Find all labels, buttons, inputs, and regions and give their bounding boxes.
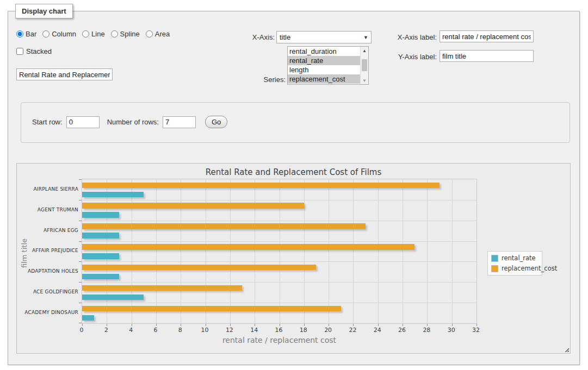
chart-title-input[interactable] xyxy=(16,68,113,80)
x-tick-label-28: 28 xyxy=(418,327,435,334)
bar-replacement_cost-4 xyxy=(82,265,316,271)
x-tick-label-4: 4 xyxy=(123,327,139,334)
go-button[interactable]: Go xyxy=(205,116,227,128)
x-tick-label-16: 16 xyxy=(271,327,287,334)
x-tick-label-12: 12 xyxy=(221,327,238,334)
num-rows-label: Number of rows: xyxy=(107,118,159,126)
series-option-length[interactable]: length xyxy=(288,65,360,74)
x-axis-select[interactable]: title ▼ xyxy=(276,31,372,43)
band-line-5 xyxy=(82,282,476,283)
x-tick-label-6: 6 xyxy=(147,327,164,334)
category-label-1: AGENT TRUMAN xyxy=(17,199,78,220)
category-label-2: AFRICAN EGG xyxy=(17,220,78,241)
start-row-label: Start row: xyxy=(32,118,63,126)
y-tickmark-1 xyxy=(79,200,82,200)
y-tickmark-2 xyxy=(79,221,82,221)
bar-replacement_cost-1 xyxy=(82,203,304,209)
x-tickmark-26 xyxy=(403,324,403,326)
x-tickmark-10 xyxy=(206,324,206,326)
bar-replacement_cost-2 xyxy=(82,223,366,229)
num-rows-input[interactable] xyxy=(163,116,196,128)
radio-line[interactable] xyxy=(82,30,89,37)
panel-title: Display chart xyxy=(15,4,73,18)
radio-bar[interactable] xyxy=(16,30,23,37)
x-tickmark-24 xyxy=(378,324,379,326)
x-tick-label-24: 24 xyxy=(369,327,386,334)
radio-label-area: Area xyxy=(155,30,170,38)
bar-rental_rate-0 xyxy=(82,192,144,198)
x-tick-label-22: 22 xyxy=(344,327,361,334)
radio-column[interactable] xyxy=(42,30,49,37)
radio-label-line: Line xyxy=(91,30,105,38)
category-label-0: AIRPLANE SIERRA xyxy=(17,179,78,199)
x-tickmark-14 xyxy=(255,324,255,326)
page: Display chart BarColumnLineSplineArea St… xyxy=(0,0,588,370)
y-tickmark-0 xyxy=(79,179,82,180)
stacked-checkbox-row[interactable]: Stacked xyxy=(16,47,52,55)
category-label-3: AFFAIR PREJUDICE xyxy=(17,241,78,261)
x-tick-label-0: 0 xyxy=(73,327,90,334)
radio-label-column: Column xyxy=(52,30,76,38)
y-axis-label-input[interactable] xyxy=(440,50,534,62)
gridline-x-24 xyxy=(378,179,379,323)
gridline-x-10 xyxy=(206,179,206,323)
x-tickmark-0 xyxy=(82,324,83,326)
band-line-1 xyxy=(82,200,476,200)
bar-rental_rate-3 xyxy=(82,253,119,259)
series-option-rental_duration[interactable]: rental_duration xyxy=(288,47,360,56)
x-tick-label-14: 14 xyxy=(246,327,262,334)
gridline-x-8 xyxy=(181,179,181,323)
bar-rental_rate-5 xyxy=(82,294,144,300)
radio-option-line[interactable]: Line xyxy=(82,30,105,38)
x-axis-select-label: X-Axis: xyxy=(239,33,275,41)
stacked-checkbox[interactable] xyxy=(16,48,23,55)
radio-area[interactable] xyxy=(146,30,153,37)
rows-panel: Start row: Number of rows: Go xyxy=(21,102,570,143)
x-tick-labels: 02468101214161820222426283032 xyxy=(82,327,477,334)
series-listbox[interactable]: rental_durationrental_ratelengthreplacem… xyxy=(287,46,369,85)
gridline-x-22 xyxy=(353,179,354,323)
category-label-6: ACADEMY DINOSAUR xyxy=(17,302,78,323)
chevron-down-icon: ▼ xyxy=(363,35,368,40)
x-tick-label-8: 8 xyxy=(172,327,188,334)
bar-rental_rate-4 xyxy=(82,274,119,280)
series-option-replacement_cost[interactable]: replacement_cost xyxy=(288,74,360,84)
radio-spline[interactable] xyxy=(111,30,118,37)
legend-label-replacement_cost: replacement_cost xyxy=(502,265,557,272)
x-tickmark-6 xyxy=(156,324,157,326)
bar-rental_rate-1 xyxy=(82,212,119,218)
y-axis-label-label: Y-Axis label: xyxy=(387,53,437,61)
resize-handle-icon[interactable] xyxy=(564,347,569,352)
series-scrollbar[interactable]: ▲ ▼ xyxy=(360,47,368,84)
x-tickmark-20 xyxy=(329,324,329,326)
radio-option-spline[interactable]: Spline xyxy=(111,30,140,38)
x-tickmark-22 xyxy=(353,324,354,326)
x-tick-label-20: 20 xyxy=(320,327,336,334)
start-row-input[interactable] xyxy=(66,116,100,128)
bar-replacement_cost-5 xyxy=(82,285,242,291)
category-label-4: ADAPTATION HOLES xyxy=(17,261,78,281)
scrollbar-thumb[interactable] xyxy=(362,59,367,71)
x-tick-label-2: 2 xyxy=(98,327,114,334)
series-listbox-options: rental_durationrental_ratelengthreplacem… xyxy=(288,47,360,84)
legend-label-rental_rate: rental_rate xyxy=(502,254,536,262)
legend-swatch-replacement_cost xyxy=(491,265,498,272)
scroll-down-icon[interactable]: ▼ xyxy=(361,77,368,84)
bar-replacement_cost-3 xyxy=(82,244,414,250)
radio-option-column[interactable]: Column xyxy=(42,30,76,38)
y-tickmark-7 xyxy=(79,323,82,323)
x-tickmark-4 xyxy=(132,324,132,326)
radio-label-spline: Spline xyxy=(120,30,140,38)
series-option-rental_rate[interactable]: rental_rate xyxy=(288,56,360,65)
gridline-x-20 xyxy=(329,179,329,323)
radio-option-area[interactable]: Area xyxy=(146,30,170,38)
radio-option-bar[interactable]: Bar xyxy=(16,30,36,38)
scroll-up-icon[interactable]: ▲ xyxy=(361,47,368,54)
x-tickmark-18 xyxy=(304,324,305,326)
x-tickmark-8 xyxy=(181,324,181,326)
gridline-x-26 xyxy=(403,179,403,323)
y-tickmark-5 xyxy=(79,282,82,283)
plot-area xyxy=(82,179,477,324)
x-axis-label-input[interactable] xyxy=(440,30,534,42)
y-tickmark-4 xyxy=(79,261,82,262)
